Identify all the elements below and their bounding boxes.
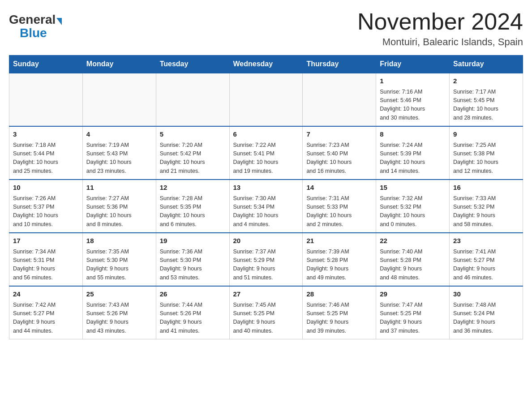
calendar-cell: 10Sunrise: 7:26 AM Sunset: 5:37 PM Dayli…: [9, 180, 83, 233]
calendar-cell: 27Sunrise: 7:45 AM Sunset: 5:25 PM Dayli…: [229, 286, 303, 339]
calendar-cell: 1Sunrise: 7:16 AM Sunset: 5:46 PM Daylig…: [376, 73, 450, 126]
day-number: 6: [233, 129, 299, 140]
day-info: Sunrise: 7:26 AM Sunset: 5:37 PM Dayligh…: [13, 194, 79, 229]
calendar-cell: 12Sunrise: 7:28 AM Sunset: 5:35 PM Dayli…: [156, 180, 229, 233]
day-number: 16: [453, 183, 519, 193]
calendar-cell: 15Sunrise: 7:32 AM Sunset: 5:32 PM Dayli…: [376, 180, 450, 233]
day-info: Sunrise: 7:36 AM Sunset: 5:30 PM Dayligh…: [160, 248, 226, 283]
day-number: 2: [453, 76, 519, 86]
calendar-week-row: 3Sunrise: 7:18 AM Sunset: 5:44 PM Daylig…: [9, 126, 523, 180]
day-number: 21: [306, 236, 372, 246]
day-number: 29: [380, 289, 446, 300]
day-number: 13: [233, 183, 299, 193]
calendar-cell: 18Sunrise: 7:35 AM Sunset: 5:30 PM Dayli…: [82, 233, 156, 286]
calendar-cell: 23Sunrise: 7:41 AM Sunset: 5:27 PM Dayli…: [450, 233, 523, 286]
day-number: 7: [306, 129, 372, 140]
col-friday: Friday: [376, 56, 450, 73]
day-info: Sunrise: 7:42 AM Sunset: 5:27 PM Dayligh…: [13, 301, 79, 336]
day-number: 15: [380, 183, 446, 193]
day-info: Sunrise: 7:27 AM Sunset: 5:36 PM Dayligh…: [86, 194, 152, 229]
day-number: 5: [160, 129, 226, 140]
calendar-cell: 11Sunrise: 7:27 AM Sunset: 5:36 PM Dayli…: [82, 180, 156, 233]
day-info: Sunrise: 7:44 AM Sunset: 5:26 PM Dayligh…: [160, 301, 226, 336]
calendar-cell: 3Sunrise: 7:18 AM Sunset: 5:44 PM Daylig…: [9, 126, 83, 180]
col-sunday: Sunday: [9, 56, 83, 73]
calendar-week-row: 24Sunrise: 7:42 AM Sunset: 5:27 PM Dayli…: [9, 286, 523, 339]
calendar-cell: 24Sunrise: 7:42 AM Sunset: 5:27 PM Dayli…: [9, 286, 83, 339]
day-info: Sunrise: 7:34 AM Sunset: 5:31 PM Dayligh…: [13, 248, 79, 283]
calendar-cell: 2Sunrise: 7:17 AM Sunset: 5:45 PM Daylig…: [450, 73, 523, 126]
calendar-week-row: 10Sunrise: 7:26 AM Sunset: 5:37 PM Dayli…: [9, 180, 523, 233]
day-info: Sunrise: 7:16 AM Sunset: 5:46 PM Dayligh…: [380, 88, 446, 123]
calendar-cell: [156, 73, 229, 126]
day-number: 24: [13, 289, 79, 300]
day-number: 10: [13, 183, 79, 193]
day-info: Sunrise: 7:33 AM Sunset: 5:32 PM Dayligh…: [453, 194, 519, 229]
day-number: 23: [453, 236, 519, 246]
day-info: Sunrise: 7:41 AM Sunset: 5:27 PM Dayligh…: [453, 248, 519, 283]
calendar-cell: 20Sunrise: 7:37 AM Sunset: 5:29 PM Dayli…: [229, 233, 303, 286]
day-info: Sunrise: 7:22 AM Sunset: 5:41 PM Dayligh…: [233, 141, 299, 176]
day-number: 14: [306, 183, 372, 193]
day-info: Sunrise: 7:30 AM Sunset: 5:34 PM Dayligh…: [233, 194, 299, 229]
col-thursday: Thursday: [303, 56, 376, 73]
calendar-week-row: 17Sunrise: 7:34 AM Sunset: 5:31 PM Dayli…: [9, 233, 523, 286]
calendar-cell: [303, 73, 376, 126]
calendar-header-row: Sunday Monday Tuesday Wednesday Thursday…: [9, 56, 523, 73]
calendar-cell: 28Sunrise: 7:46 AM Sunset: 5:25 PM Dayli…: [303, 286, 376, 339]
calendar-cell: 9Sunrise: 7:25 AM Sunset: 5:38 PM Daylig…: [450, 126, 523, 180]
col-saturday: Saturday: [450, 56, 523, 73]
day-info: Sunrise: 7:45 AM Sunset: 5:25 PM Dayligh…: [233, 301, 299, 336]
page-title: November 2024: [357, 9, 523, 34]
day-number: 20: [233, 236, 299, 246]
day-info: Sunrise: 7:31 AM Sunset: 5:33 PM Dayligh…: [306, 194, 372, 229]
day-info: Sunrise: 7:47 AM Sunset: 5:25 PM Dayligh…: [380, 301, 446, 336]
calendar-cell: 7Sunrise: 7:23 AM Sunset: 5:40 PM Daylig…: [303, 126, 376, 180]
day-number: 19: [160, 236, 226, 246]
day-number: 18: [86, 236, 152, 246]
calendar-cell: 19Sunrise: 7:36 AM Sunset: 5:30 PM Dayli…: [156, 233, 229, 286]
day-info: Sunrise: 7:48 AM Sunset: 5:24 PM Dayligh…: [453, 301, 519, 336]
calendar-cell: 16Sunrise: 7:33 AM Sunset: 5:32 PM Dayli…: [450, 180, 523, 233]
day-number: 27: [233, 289, 299, 300]
day-info: Sunrise: 7:37 AM Sunset: 5:29 PM Dayligh…: [233, 248, 299, 283]
day-number: 11: [86, 183, 152, 193]
day-number: 30: [453, 289, 519, 300]
calendar-cell: [82, 73, 156, 126]
calendar-table: Sunday Monday Tuesday Wednesday Thursday…: [9, 55, 523, 339]
calendar-cell: 4Sunrise: 7:19 AM Sunset: 5:43 PM Daylig…: [82, 126, 156, 180]
calendar-cell: 5Sunrise: 7:20 AM Sunset: 5:42 PM Daylig…: [156, 126, 229, 180]
day-number: 12: [160, 183, 226, 193]
day-info: Sunrise: 7:24 AM Sunset: 5:39 PM Dayligh…: [380, 141, 446, 176]
day-number: 4: [86, 129, 152, 140]
day-info: Sunrise: 7:25 AM Sunset: 5:38 PM Dayligh…: [453, 141, 519, 176]
calendar-week-row: 1Sunrise: 7:16 AM Sunset: 5:46 PM Daylig…: [9, 73, 523, 126]
calendar-cell: [9, 73, 83, 126]
col-monday: Monday: [82, 56, 156, 73]
logo-general-text: General: [9, 13, 56, 27]
title-block: November 2024 Montuiri, Balearic Islands…: [357, 9, 523, 48]
day-info: Sunrise: 7:32 AM Sunset: 5:32 PM Dayligh…: [380, 194, 446, 229]
calendar-cell: 6Sunrise: 7:22 AM Sunset: 5:41 PM Daylig…: [229, 126, 303, 180]
day-info: Sunrise: 7:19 AM Sunset: 5:43 PM Dayligh…: [86, 141, 152, 176]
day-number: 25: [86, 289, 152, 300]
col-wednesday: Wednesday: [229, 56, 303, 73]
logo: General Blue: [9, 13, 62, 40]
col-tuesday: Tuesday: [156, 56, 229, 73]
calendar-cell: 22Sunrise: 7:40 AM Sunset: 5:28 PM Dayli…: [376, 233, 450, 286]
day-number: 28: [306, 289, 372, 300]
calendar-cell: 14Sunrise: 7:31 AM Sunset: 5:33 PM Dayli…: [303, 180, 376, 233]
day-number: 17: [13, 236, 79, 246]
calendar-cell: 25Sunrise: 7:43 AM Sunset: 5:26 PM Dayli…: [82, 286, 156, 339]
calendar-cell: [229, 73, 303, 126]
page-subtitle: Montuiri, Balearic Islands, Spain: [357, 36, 523, 48]
day-info: Sunrise: 7:43 AM Sunset: 5:26 PM Dayligh…: [86, 301, 152, 336]
calendar-cell: 17Sunrise: 7:34 AM Sunset: 5:31 PM Dayli…: [9, 233, 83, 286]
day-number: 9: [453, 129, 519, 140]
day-number: 26: [160, 289, 226, 300]
day-info: Sunrise: 7:18 AM Sunset: 5:44 PM Dayligh…: [13, 141, 79, 176]
day-info: Sunrise: 7:35 AM Sunset: 5:30 PM Dayligh…: [86, 248, 152, 283]
day-info: Sunrise: 7:46 AM Sunset: 5:25 PM Dayligh…: [306, 301, 372, 336]
calendar-cell: 26Sunrise: 7:44 AM Sunset: 5:26 PM Dayli…: [156, 286, 229, 339]
day-number: 1: [380, 76, 446, 86]
